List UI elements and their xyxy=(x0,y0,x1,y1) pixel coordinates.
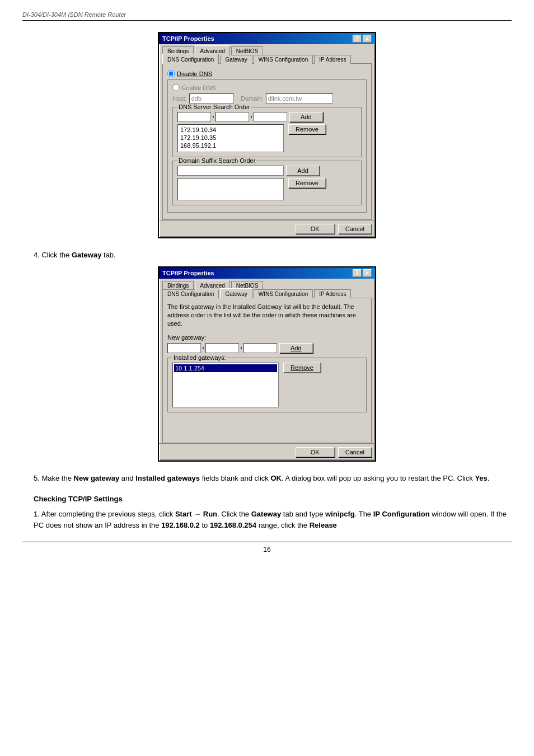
tab2-gateway[interactable]: Gateway xyxy=(220,288,252,298)
step1-bold5: 192.168.0.2 xyxy=(161,521,200,529)
dns-ip-input2[interactable] xyxy=(216,112,249,122)
installed-gateways-group: Installed gateways: 10.1.1.254 Remove xyxy=(167,358,367,412)
dialog2-tab-content: The first gateway in the Installed Gatew… xyxy=(162,298,372,443)
dns-list-item-3: 168.95.192.1 xyxy=(179,142,282,149)
new-gateway-input-row: · · Add xyxy=(167,343,367,353)
step5-bold2: Installed gateways xyxy=(135,474,200,482)
section-heading-area: Checking TCP/IP Settings 1. After comple… xyxy=(22,495,512,530)
tab-dns-configuration[interactable]: DNS Configuration xyxy=(162,54,219,64)
step5-bold4: Yes xyxy=(475,474,487,482)
step1-bold4: IP Configuration xyxy=(373,510,430,518)
gateway-ip-input2[interactable] xyxy=(205,343,239,353)
gw-dot2: · xyxy=(240,344,242,353)
installed-gateways-list[interactable]: 10.1.1.254 xyxy=(172,363,279,407)
page-footer: 16 xyxy=(22,542,512,553)
step1-bold2: Gateway xyxy=(251,510,281,518)
gateway-ip-row: · · xyxy=(167,343,277,353)
dialog2-close-button[interactable]: × xyxy=(363,269,372,277)
tab2-wins-configuration[interactable]: WINS Configuration xyxy=(254,289,313,298)
page-number: 16 xyxy=(263,546,270,553)
dns-add-button[interactable]: Add xyxy=(289,112,323,122)
step4-suffix: tab. xyxy=(101,251,115,259)
gateway-add-button[interactable]: Add xyxy=(279,343,313,353)
header-title: DI-304/DI-304M ISDN Remote Router xyxy=(22,11,126,18)
domain-suffix-remove-button[interactable]: Remove xyxy=(288,178,326,188)
domain-suffix-list-area: Remove xyxy=(177,178,357,200)
dns-list-item-2: 172.19.10.35 xyxy=(179,134,282,142)
dns-search-order-label: DNS Server Search Order xyxy=(177,104,251,110)
dns-remove-button[interactable]: Remove xyxy=(288,124,326,134)
dialog1-ok-button[interactable]: OK xyxy=(296,224,335,234)
tab-gateway[interactable]: Gateway xyxy=(220,55,252,64)
gateway-info-text: The first gateway in the Installed Gatew… xyxy=(167,303,367,328)
domain-suffix-input-row: Add xyxy=(177,166,357,176)
tab2-ip-address[interactable]: IP Address xyxy=(314,289,351,298)
dot1: · xyxy=(212,112,214,121)
page-header: DI-304/DI-304M ISDN Remote Router xyxy=(22,11,512,21)
dialog1-cancel-button[interactable]: Cancel xyxy=(338,224,372,234)
tab2-dns-configuration[interactable]: DNS Configuration xyxy=(162,289,219,298)
enable-dns-label: Enable DNS xyxy=(182,84,216,91)
installed-gateways-list-area: 10.1.1.254 Remove xyxy=(172,363,362,407)
step1-text2: . Click the xyxy=(217,510,251,518)
step1-text7: range, click the xyxy=(256,521,310,529)
step5-text: 5. Make the New gateway and Installed ga… xyxy=(34,473,512,484)
gateway-ip-input3[interactable] xyxy=(243,343,277,353)
step1-text4: . The xyxy=(355,510,373,518)
dns-list-item-1: 172.19.10.34 xyxy=(179,126,282,134)
step5-text1: 5. Make the xyxy=(34,474,74,482)
domain-label: Domain: xyxy=(241,95,264,102)
dns-list-area: 172.19.10.34 172.19.10.35 168.95.192.1 R… xyxy=(177,124,357,152)
domain-suffix-list[interactable] xyxy=(177,178,284,200)
tab-wins-configuration[interactable]: WINS Configuration xyxy=(254,55,313,64)
tab-netbios[interactable]: NetBIOS xyxy=(231,46,263,55)
dialog1-titlebar-buttons: ? × xyxy=(353,35,372,43)
domain-suffix-input[interactable] xyxy=(177,166,284,176)
enable-dns-input[interactable] xyxy=(172,84,180,91)
dialog1-tab-row2: DNS Configuration Gateway WINS Configura… xyxy=(162,55,372,64)
enable-dns-radio[interactable]: Enable DNS xyxy=(172,84,362,91)
dialog2-cancel-button[interactable]: Cancel xyxy=(338,447,372,457)
dialog2: TCP/IP Properties ? × Bindings Advanced … xyxy=(158,266,376,462)
gw-dot1: · xyxy=(202,344,204,353)
gateway-ip-input1[interactable] xyxy=(167,343,201,353)
step1-text1: 1. After completing the previous steps, … xyxy=(34,510,175,518)
dns-ip-input1[interactable] xyxy=(177,112,211,122)
domain-suffix-label: Domain Suffix Search Order xyxy=(177,157,256,164)
dns-server-list[interactable]: 172.19.10.34 172.19.10.35 168.95.192.1 xyxy=(177,124,284,152)
step4-content: 4. Click the Gateway tab. xyxy=(22,250,512,261)
step5-bold3: OK xyxy=(270,474,282,482)
dialog1-close-button[interactable]: × xyxy=(363,35,372,43)
step1-bold1: Start → Run xyxy=(175,510,217,518)
step1-text: 1. After completing the previous steps, … xyxy=(34,509,512,530)
dialog2-container: TCP/IP Properties ? × Bindings Advanced … xyxy=(22,266,512,462)
dialog1-help-button[interactable]: ? xyxy=(353,35,362,43)
dialog1-button-row: OK Cancel xyxy=(159,220,375,237)
dialog1-container: TCP/IP Properties ? × Bindings Advanced … xyxy=(22,32,512,238)
enable-dns-group: Enable DNS Host: Domain: DNS Server Sear… xyxy=(167,79,367,213)
dialog2-ok-button[interactable]: OK xyxy=(296,447,335,457)
dot2: · xyxy=(250,112,252,121)
dns-ip-input3[interactable] xyxy=(254,112,287,122)
disable-dns-input[interactable] xyxy=(167,70,175,77)
domain-suffix-group: Domain Suffix Search Order Add Remove xyxy=(172,161,362,205)
tab2-bindings[interactable]: Bindings xyxy=(162,281,194,290)
step1-bold6: 192.168.0.254 xyxy=(210,521,256,529)
step5-text2: and xyxy=(119,474,135,482)
dialog1-tabs: Bindings Advanced NetBIOS DNS Configurat… xyxy=(159,44,375,220)
disable-dns-radio[interactable]: Disable DNS xyxy=(167,70,367,77)
dialog2-titlebar-buttons: ? × xyxy=(353,269,372,277)
dialog2-tabs: Bindings Advanced NetBIOS DNS Configurat… xyxy=(159,279,375,443)
step4-text-prefix: 4. Click the xyxy=(34,251,72,259)
domain-input[interactable] xyxy=(266,93,333,104)
dns-ip-row: · · xyxy=(177,112,287,122)
dialog2-titlebar: TCP/IP Properties ? × xyxy=(159,267,375,279)
dns-server-search-order-group: DNS Server Search Order · · Add xyxy=(172,107,362,157)
dialog2-help-button[interactable]: ? xyxy=(353,269,362,277)
dialog1: TCP/IP Properties ? × Bindings Advanced … xyxy=(158,32,376,238)
domain-suffix-add-button[interactable]: Add xyxy=(286,166,320,176)
dialog1-title: TCP/IP Properties xyxy=(162,35,214,42)
host-input[interactable] xyxy=(189,93,234,104)
gateway-remove-button[interactable]: Remove xyxy=(283,363,321,373)
tab-ip-address[interactable]: IP Address xyxy=(314,55,351,64)
